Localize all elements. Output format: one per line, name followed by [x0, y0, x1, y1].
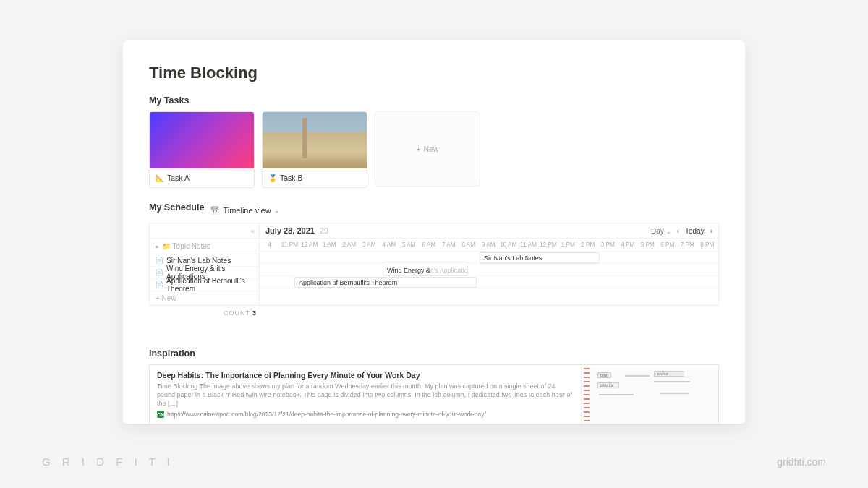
- timeline-row-empty: [260, 288, 718, 301]
- notion-page: Time Blocking My Tasks 📐 Task A 🥇 Task B…: [123, 40, 745, 424]
- list-item[interactable]: 📄 Application of Bernoulli's Theorem: [150, 279, 259, 291]
- bookmark-text: Deep Habits: The Importance of Planning …: [150, 365, 581, 424]
- task-label: 🥇 Task B: [263, 168, 367, 187]
- next-button[interactable]: ›: [710, 227, 712, 235]
- timeline-row[interactable]: Wind Energy & it's Applications: [260, 264, 718, 276]
- count-footer: COUNT3: [149, 306, 259, 317]
- timeline-sidebar: ▸ 📁 Topic Notes 📄 Sir Ivan's Lab Notes 📄…: [150, 239, 260, 305]
- brand-wordmark: G R I D F I T I: [42, 455, 174, 468]
- inspiration-section: Inspiration Deep Habits: The Importance …: [149, 348, 719, 424]
- document-icon: 📄: [156, 281, 163, 288]
- task-label: 📐 Task A: [150, 168, 254, 187]
- task-cover: [263, 112, 367, 168]
- collapse-sidebar-button[interactable]: «: [150, 223, 260, 238]
- chevron-down-icon: ⌄: [274, 207, 279, 214]
- prev-button[interactable]: ‹: [677, 227, 679, 235]
- timeline-row[interactable]: Sir Ivan's Lab Notes: [260, 252, 718, 264]
- triangle-ruler-icon: 📐: [156, 174, 164, 182]
- timeline-block[interactable]: Wind Energy & it's Applications: [383, 265, 468, 275]
- tasks-heading: My Tasks: [149, 95, 719, 106]
- plus-icon: +: [416, 145, 420, 153]
- bookmark-description: Time Blocking The image above shows my p…: [157, 382, 574, 408]
- timeline: « July 28, 2021 29 Day ⌄ ‹ Today ›: [149, 223, 719, 306]
- bookmark-title: Deep Habits: The Importance of Planning …: [157, 371, 574, 380]
- spiral-binding-icon: [584, 368, 590, 421]
- view-name: Timeline view: [223, 206, 271, 215]
- chevron-double-left-icon: «: [250, 227, 255, 235]
- bookmark-url: CN https://www.calnewport.com/blog/2013/…: [157, 411, 574, 418]
- timeline-canvas[interactable]: 411 PM12 AM1 AM2 AM3 AM4 AM5 AM6 AM7 AM8…: [260, 239, 718, 305]
- new-row-button[interactable]: + New: [150, 291, 259, 305]
- scale-selector[interactable]: Day ⌄: [651, 227, 671, 235]
- timeline-block[interactable]: Application of Bernoulli's Theorem: [294, 277, 477, 288]
- group-header[interactable]: ▸ 📁 Topic Notes: [150, 239, 259, 254]
- new-task-button[interactable]: + + New New: [375, 111, 480, 187]
- page-title: Time Blocking: [149, 64, 719, 82]
- task-card-b[interactable]: 🥇 Task B: [262, 111, 367, 188]
- medal-icon: 🥇: [268, 174, 277, 182]
- today-button[interactable]: Today: [685, 227, 705, 235]
- chevron-down-icon: ⌄: [666, 228, 671, 235]
- document-icon: 📄: [156, 257, 163, 264]
- inspiration-heading: Inspiration: [149, 348, 719, 359]
- toggle-icon: ▸: [156, 242, 159, 250]
- tasks-section: My Tasks 📐 Task A 🥇 Task B + + New New: [149, 95, 719, 188]
- bookmark-card[interactable]: Deep Habits: The Importance of Planning …: [149, 364, 719, 424]
- tasks-gallery: 📐 Task A 🥇 Task B + + New New: [149, 111, 719, 188]
- bookmark-thumbnail: plan emails revise: [581, 365, 718, 424]
- document-icon: 📄: [156, 269, 163, 276]
- favicon-icon: CN: [157, 411, 164, 418]
- task-name: Task A: [167, 174, 190, 182]
- timeline-date: July 28, 2021 29: [265, 226, 328, 235]
- calendar-icon: 📅: [210, 206, 220, 215]
- schedule-section: My Schedule 📅 Timeline view ⌄ « July 28,…: [149, 202, 719, 317]
- schedule-heading: My Schedule: [149, 202, 204, 213]
- hour-ruler: 411 PM12 AM1 AM2 AM3 AM4 AM5 AM6 AM7 AM8…: [260, 239, 718, 252]
- view-switcher[interactable]: 📅 Timeline view ⌄: [210, 206, 278, 215]
- task-cover: [150, 112, 254, 168]
- task-card-a[interactable]: 📐 Task A: [149, 111, 255, 188]
- timeline-block[interactable]: Sir Ivan's Lab Notes: [480, 252, 600, 263]
- brand-url: gridfiti.com: [777, 456, 826, 468]
- timeline-row[interactable]: Application of Bernoulli's Theorem: [260, 276, 718, 288]
- task-name: Task B: [280, 174, 303, 182]
